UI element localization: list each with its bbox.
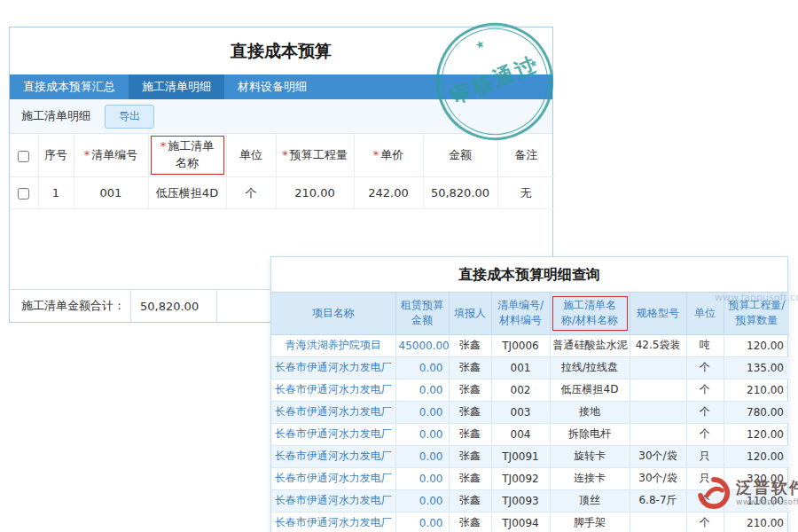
cell: 001 (491, 356, 550, 379)
cell: 0.00 (395, 445, 449, 467)
column-header: 租赁预算金额 (395, 293, 449, 335)
row-checkbox[interactable] (18, 188, 29, 200)
cell: 张鑫 (449, 467, 491, 489)
header-label: 施工清单名称 (168, 139, 214, 169)
screenshot-canvas: 直接成本预算 直接成本预算汇总施工清单明细材料设备明细 施工清单明细 导出 序号… (0, 0, 798, 532)
header-label: 清单编号 (91, 148, 137, 161)
cell: 120.00 (724, 334, 789, 356)
brand-url: www.fanpusoft.com (736, 497, 798, 506)
cell: 0.00 (395, 467, 449, 489)
cell: 50,820.00 (423, 177, 497, 209)
cell: 张鑫 (449, 423, 491, 445)
cell: 0.00 (395, 489, 449, 512)
cell: 个 (686, 423, 724, 445)
cell: 顶丝 (550, 489, 630, 512)
header-label: 单位 (239, 148, 262, 161)
column-header: 规格型号 (630, 293, 686, 335)
cell: 0.00 (395, 401, 449, 423)
cell (630, 379, 686, 401)
column-header: *施工清单名称 (148, 134, 226, 177)
faint-url-watermark: www.fanpusoft.com (715, 292, 798, 303)
header-label: 单价 (380, 148, 403, 161)
cell: 拆除电杆 (550, 423, 630, 445)
panel1-title: 直接成本预算 (10, 27, 552, 74)
cell: 个 (686, 401, 724, 423)
cell: 242.00 (354, 177, 423, 209)
highlighted-header-box: *施工清单名称 (151, 136, 224, 175)
cell: 0.00 (395, 356, 449, 379)
cell: 42.5袋装 (630, 334, 686, 356)
total-value-cell: 50,820.00 (130, 290, 217, 322)
column-header: 单位 (226, 134, 276, 177)
column-header: 金额 (423, 134, 497, 177)
required-asterisk: * (282, 148, 288, 161)
cell: 连接卡 (550, 467, 630, 489)
cell: 30个/袋 (630, 445, 686, 467)
table-row: 长春市伊通河水力发电厂0.00张鑫002低压横担4D个210.00 (271, 379, 789, 401)
cell: 0.00 (395, 512, 449, 532)
cell: 无 (497, 177, 554, 209)
header-label: 序号 (44, 148, 67, 161)
column-header: 序号 (38, 134, 74, 177)
cell: TJ0091 (491, 445, 550, 467)
brand-text-block: 泛普软件 www.fanpusoft.com (736, 479, 798, 506)
cell: 拉线/拉线盘 (550, 356, 630, 379)
column-header: 填报人 (449, 293, 491, 335)
cell: 45000.00 (395, 334, 449, 356)
cell: 210.00 (724, 379, 789, 401)
cell: 个 (686, 512, 724, 532)
cell: TJ0006 (491, 334, 550, 356)
cell: 长春市伊通河水力发电厂 (271, 401, 395, 423)
cell: 0.00 (395, 423, 449, 445)
cell: 吨 (686, 334, 724, 356)
cell: 张鑫 (449, 489, 491, 512)
cell: TJ0094 (491, 512, 550, 532)
toolbar: 施工清单明细 导出 (10, 99, 552, 134)
tab-1[interactable]: 直接成本预算汇总 (10, 74, 129, 99)
column-header: *清单编号 (74, 134, 148, 177)
cell (630, 512, 686, 532)
export-button[interactable]: 导出 (105, 105, 154, 129)
column-header: 施工清单名称/材料名称 (550, 293, 630, 335)
tab-3[interactable]: 材料设备明细 (224, 74, 320, 99)
cell: 6.8-7斤 (630, 489, 686, 512)
brand-watermark: 泛普软件 www.fanpusoft.com (697, 476, 798, 510)
cell: 低压横担4D (550, 379, 630, 401)
required-asterisk: * (373, 148, 379, 161)
table-row: 长春市伊通河水力发电厂0.00张鑫TJ0094脚手架个210.00 (271, 512, 789, 532)
column-header: 项目名称 (271, 293, 395, 335)
header-row: 序号*清单编号*施工清单名称单位*预算工程量*单价金额备注 (10, 134, 554, 177)
cell: 004 (491, 423, 550, 445)
cell: 120.00 (724, 423, 789, 445)
cell: 120.00 (724, 445, 789, 467)
column-header: 清单编号/材料编号 (491, 293, 550, 335)
cell: 张鑫 (449, 512, 491, 532)
cell: 长春市伊通河水力发电厂 (271, 356, 395, 379)
cell: TJ0093 (491, 489, 550, 512)
cell: 张鑫 (449, 379, 491, 401)
select-all-checkbox[interactable] (18, 151, 29, 162)
cell: 1 (38, 177, 74, 209)
cell: 135.00 (724, 356, 789, 379)
cell: 个 (686, 356, 724, 379)
header-label: 金额 (449, 148, 472, 161)
tab-2[interactable]: 施工清单明细 (129, 74, 224, 99)
table-row: 青海洪湖养护院项目45000.00张鑫TJ0006普通硅酸盐水泥42.5袋装吨1… (271, 334, 789, 356)
column-header: 备注 (497, 134, 554, 177)
panel2-title: 直接成本预算明细查询 (271, 257, 787, 292)
cell: 长春市伊通河水力发电厂 (271, 489, 395, 512)
cell: 张鑫 (449, 334, 491, 356)
cell: 低压横担4D (148, 177, 226, 209)
cell: 接地 (550, 401, 630, 423)
cell: 张鑫 (449, 401, 491, 423)
tab-bar: 直接成本预算汇总施工清单明细材料设备明细 (10, 74, 552, 99)
cell (630, 356, 686, 379)
section-label: 施工清单明细 (21, 108, 90, 124)
cell: 002 (491, 379, 550, 401)
table-row: 长春市伊通河水力发电厂0.00张鑫003接地个780.00 (271, 401, 789, 423)
cell: 长春市伊通河水力发电厂 (271, 379, 395, 401)
brand-name: 泛普软件 (736, 479, 798, 497)
header-label: 预算工程量 (290, 148, 348, 161)
cell: 003 (491, 401, 550, 423)
cell: 青海洪湖养护院项目 (271, 334, 395, 356)
